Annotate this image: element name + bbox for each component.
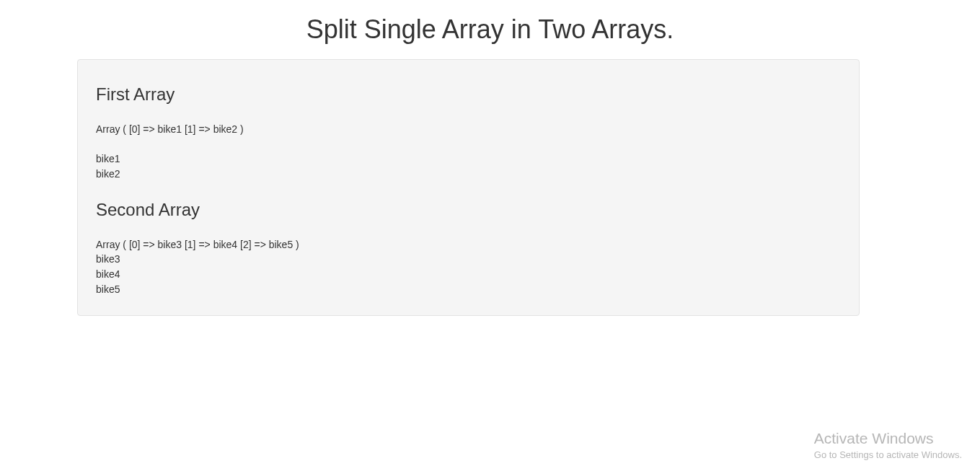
second-array-heading: Second Array [96,200,841,220]
page-title: Split Single Array in Two Arrays. [0,14,980,45]
list-item: bike5 [96,282,841,297]
content-panel: First Array Array ( [0] => bike1 [1] => … [77,59,860,316]
first-array-heading: First Array [96,84,841,105]
watermark-title: Activate Windows [814,430,962,447]
first-array-dump: Array ( [0] => bike1 [1] => bike2 ) [96,123,841,137]
watermark-subtitle: Go to Settings to activate Windows. [814,449,962,460]
second-array-items: bike3 bike4 bike5 [96,252,841,297]
first-array-items: bike1 bike2 [96,151,841,182]
list-item: bike1 [96,151,841,167]
second-array-dump: Array ( [0] => bike3 [1] => bike4 [2] =>… [96,238,841,252]
windows-activation-watermark: Activate Windows Go to Settings to activ… [814,430,962,460]
list-item: bike4 [96,267,841,282]
list-item: bike3 [96,252,841,267]
list-item: bike2 [96,167,841,182]
